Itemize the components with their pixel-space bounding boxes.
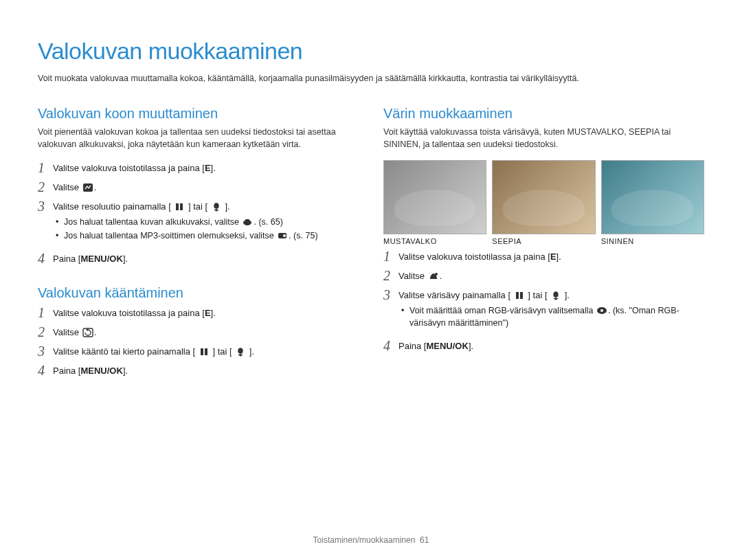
svg-rect-11 [516,292,519,299]
custom-rgb-icon [596,306,607,315]
footer-section: Toistaminen/muokkaaminen [313,535,416,545]
step-text: Valitse resoluutio painamalla [ [53,201,171,212]
step-text: ]. [225,201,229,212]
color-effect-icon [428,271,439,281]
page-title: Valokuvan muokkaaminen [38,38,704,65]
list-item: 4 Paina [MENU/OK]. [38,363,359,378]
list-item: 3 Valitse värisävy painamalla [ ] tai [ … [383,287,704,334]
list-item: 4 Paina [MENU/OK]. [383,338,704,353]
step-number: 1 [383,249,398,264]
step-number: 4 [38,363,53,378]
resize-icon [82,183,93,192]
thumbnail-label: SEEPIA [492,237,595,245]
section-resize-title: Valokuvan koon muuttaminen [38,106,359,122]
key-label: E [205,163,211,173]
rotate-steps: 1 Valitse valokuva toistotilassa ja pain… [38,305,359,378]
right-column: Värin muokkaaminen Voit käyttää valokuva… [383,106,704,382]
macro-button-icon [235,347,246,357]
step-text: ]. [211,163,216,173]
step-number: 3 [38,199,53,214]
step-text: ] tai [ [188,201,207,212]
svg-rect-12 [520,292,523,299]
step-text: ]. [123,254,128,264]
left-button-icon [514,291,525,300]
list-item: 3 Valitse kääntö tai kierto painamalla [… [38,344,359,359]
step-number: 4 [383,338,398,353]
mp3-skin-icon [277,231,288,240]
sample-image-bw [383,160,486,234]
thumbnail-row: MUSTAVALKO SEEPIA SININEN [383,160,704,245]
step-text: Valitse [53,182,82,192]
thumbnail-sepia: SEEPIA [492,160,595,245]
page-intro: Voit muokata valokuvaa muuttamalla kokoa… [38,73,704,85]
thumbnail-label: SININEN [601,237,704,245]
thumbnail-label: MUSTAVALKO [383,237,486,245]
start-image-icon [242,217,253,227]
step-text: Paina [ [53,254,80,264]
section-rotate: Valokuvan kääntäminen 1 Valitse valokuva… [38,285,359,378]
section-color-intro: Voit käyttää valokuvassa toista värisävy… [383,126,704,150]
footer-page-number: 61 [420,535,429,545]
svg-point-10 [435,273,438,276]
list-item: 2 Valitse . [383,268,704,283]
step-number: 4 [38,251,53,266]
svg-point-6 [283,234,286,237]
list-item: 1 Valitse valokuva toistotilassa ja pain… [38,160,359,175]
sub-item: Voit määrittää oman RGB-värisävyn valits… [401,304,704,329]
macro-button-icon [550,291,561,300]
step-number: 2 [38,324,53,339]
footer: Toistaminen/muokkaaminen 61 [0,535,742,545]
sub-item: Jos haluat tallentaa MP3-soittimen olemu… [56,229,318,242]
list-item: 2 Valitse . [38,324,359,339]
svg-rect-2 [180,203,183,210]
svg-rect-8 [201,348,203,355]
step-number: 2 [38,179,53,194]
list-item: 1 Valitse valokuva toistotilassa ja pain… [38,305,359,320]
section-color-title: Värin muokkaaminen [383,106,704,122]
resize-steps: 1 Valitse valokuva toistotilassa ja pain… [38,160,359,266]
step-text: Valitse valokuva toistotilassa ja paina … [53,163,205,173]
macro-button-icon [211,202,222,212]
list-item: 2 Valitse . [38,179,359,194]
section-rotate-title: Valokuvan kääntäminen [38,285,359,301]
thumbnail-blue: SININEN [601,160,704,245]
step-number: 2 [383,268,398,283]
svg-rect-1 [176,203,179,210]
list-item: 4 Paina [MENU/OK]. [38,251,359,266]
step-number: 3 [383,287,398,302]
thumbnail-bw: MUSTAVALKO [383,160,486,245]
svg-point-14 [600,309,603,312]
left-button-icon [174,202,185,212]
sample-image-sepia [492,160,595,234]
section-resize-intro: Voit pienentää valokuvan kokoa ja tallen… [38,126,359,150]
rotate-icon [82,328,93,337]
left-button-icon [199,347,210,357]
left-column: Valokuvan koon muuttaminen Voit pienentä… [38,106,359,382]
step-number: 3 [38,344,53,359]
step-number: 1 [38,160,53,175]
key-label: MENU/OK [80,254,122,264]
sub-item: Jos haluat tallentaa kuvan alkukuvaksi, … [56,216,318,228]
svg-rect-9 [205,348,207,355]
list-item: 1 Valitse valokuva toistotilassa ja pain… [383,249,704,264]
page: Valokuvan muokkaaminen Voit muokata valo… [0,0,742,560]
step-number: 1 [38,305,53,320]
columns: Valokuvan koon muuttaminen Voit pienentä… [38,106,704,382]
list-item: 3 Valitse resoluutio painamalla [ ] tai … [38,199,359,247]
color-steps: 1 Valitse valokuva toistotilassa ja pain… [383,249,704,353]
sample-image-blue [601,160,704,234]
svg-rect-4 [245,219,249,222]
